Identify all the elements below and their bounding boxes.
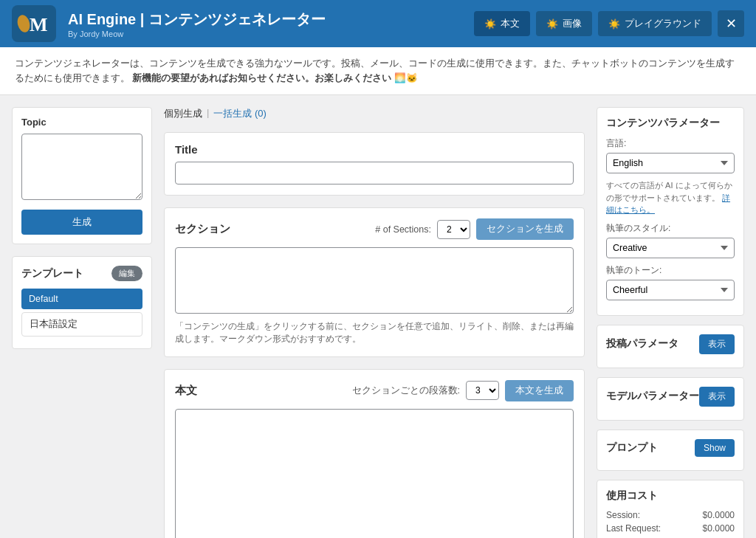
nav-image-label: 画像 xyxy=(563,17,582,30)
header-nav: ☀️ 本文 ☀️ 画像 ☀️ プレイグラウンド ✕ xyxy=(474,10,744,37)
generate-button[interactable]: 生成 xyxy=(21,210,142,235)
prompt-header: プロンプト Show xyxy=(606,439,735,457)
model-params-title: モデルパラメーター xyxy=(606,390,699,403)
nav-text-button[interactable]: ☀️ 本文 xyxy=(474,11,530,36)
model-params-panel: モデルパラメーター 表示 xyxy=(597,377,744,421)
nav-playground-label: プレイグラウンド xyxy=(625,17,701,30)
center-content: 個別生成 | 一括生成 (0) Title セクション # of Section… xyxy=(164,107,585,538)
post-params-title: 投稿パラメータ xyxy=(606,337,678,351)
num-sections-select[interactable]: 1 2 3 4 5 xyxy=(437,220,470,239)
writing-tone-label: 執筆のトーン: xyxy=(606,264,735,277)
tab-bulk-label: 一括生成 xyxy=(213,108,252,119)
writing-style-select[interactable]: Creative Professional Casual Academic xyxy=(606,238,735,258)
prompt-title: プロンプト xyxy=(606,441,658,455)
tab-individual[interactable]: 個別生成 xyxy=(164,107,202,120)
nav-image-button[interactable]: ☀️ 画像 xyxy=(536,11,592,36)
content-params-title: コンテンツパラメーター xyxy=(606,117,735,130)
logo-icon: M xyxy=(16,10,52,37)
num-sections-label: # of Sections: xyxy=(375,224,431,235)
template-box: テンプレート 編集 Default 日本語設定 xyxy=(12,256,152,349)
title-section: Title xyxy=(164,132,585,196)
cost-title: 使用コスト xyxy=(606,489,735,503)
sections-textarea[interactable] xyxy=(175,247,574,314)
tab-bulk-count: (0) xyxy=(255,108,267,119)
tab-bulk[interactable]: 一括生成 (0) xyxy=(213,107,267,120)
body-textarea[interactable] xyxy=(175,409,574,539)
section-controls: # of Sections: 1 2 3 4 5 セクションを生成 xyxy=(375,218,574,240)
title-input[interactable] xyxy=(175,162,574,184)
cost-session-value: $0.0000 xyxy=(703,510,735,520)
template-default-label: Default xyxy=(29,294,58,304)
model-params-show-button[interactable]: 表示 xyxy=(699,387,735,407)
writing-style-label: 執筆のスタイル: xyxy=(606,222,735,235)
paragraphs-label: セクションごとの段落数: xyxy=(352,384,460,397)
body-header: 本文 セクションごとの段落数: 1 2 3 4 5 本文を生成 xyxy=(175,380,574,401)
cost-last-request-value: $0.0000 xyxy=(703,523,735,534)
section-header: セクション # of Sections: 1 2 3 4 5 セクションを生成 xyxy=(175,218,574,240)
title-label: Title xyxy=(175,143,574,156)
sun-icon-playground: ☀️ xyxy=(608,18,620,30)
post-params-panel: 投稿パラメータ 表示 xyxy=(597,325,744,368)
app-header: M AI Engine | コンテンツジェネレーター By Jordy Meow… xyxy=(0,0,756,47)
paragraphs-select[interactable]: 1 2 3 4 5 xyxy=(466,381,499,400)
nav-close-button[interactable]: ✕ xyxy=(718,10,744,37)
tabs-bar: 個別生成 | 一括生成 (0) xyxy=(164,107,585,120)
template-japanese-label: 日本語設定 xyxy=(30,319,78,329)
description-bar: コンテンツジェネレーターは、コンテンツを生成できる強力なツールです。投稿、メール… xyxy=(0,47,756,95)
app-logo: M xyxy=(12,5,56,42)
topic-textarea[interactable] xyxy=(21,134,142,200)
language-note: すべての言語が AI によって何らかの形でサポートされています。 詳細はこちら。 xyxy=(606,179,735,216)
language-note-text: すべての言語が AI によって何らかの形でサポートされています。 xyxy=(606,181,732,202)
content-params-panel: コンテンツパラメーター 言語: English Japanese French … xyxy=(597,107,744,316)
writing-tone-select[interactable]: Cheerful Serious Humorous Formal xyxy=(606,280,735,300)
app-title: AI Engine | コンテンツジェネレーター xyxy=(68,10,462,30)
section-block: セクション # of Sections: 1 2 3 4 5 セクションを生成 … xyxy=(164,207,585,357)
language-select[interactable]: English Japanese French Spanish xyxy=(606,153,735,173)
cost-session-row: Session: $0.0000 xyxy=(606,510,735,520)
prompt-panel: プロンプト Show xyxy=(597,430,744,471)
post-params-header: 投稿パラメータ 表示 xyxy=(606,334,735,354)
app-subtitle: By Jordy Meow xyxy=(68,30,462,38)
description-strong: 新機能の要望があればお知らせください。お楽しみください xyxy=(132,73,391,83)
template-label: テンプレート xyxy=(21,267,83,280)
sun-icon-image: ☀️ xyxy=(546,18,558,30)
template-item-default[interactable]: Default xyxy=(21,289,142,309)
svg-text:M: M xyxy=(30,14,48,35)
body-block: 本文 セクションごとの段落数: 1 2 3 4 5 本文を生成 「投稿の作成」を… xyxy=(164,369,585,539)
model-params-header: モデルパラメーター 表示 xyxy=(606,387,735,407)
prompt-show-button[interactable]: Show xyxy=(695,439,735,457)
right-sidebar: コンテンツパラメーター 言語: English Japanese French … xyxy=(597,107,744,538)
nav-text-label: 本文 xyxy=(501,17,520,30)
main-layout: Topic 生成 テンプレート 編集 Default 日本語設定 個別生成 | … xyxy=(0,95,756,538)
cost-last-request-row: Last Request: $0.0000 xyxy=(606,523,735,534)
left-sidebar: Topic 生成 テンプレート 編集 Default 日本語設定 xyxy=(12,107,152,349)
cost-session-label: Session: xyxy=(606,510,640,520)
cost-panel: 使用コスト Session: $0.0000 Last Request: $0.… xyxy=(597,480,744,539)
section-title-label: セクション xyxy=(175,222,230,236)
emoji-icons: 🌅🐱 xyxy=(394,73,418,83)
close-icon: ✕ xyxy=(726,15,737,32)
language-label: 言語: xyxy=(606,137,735,150)
topic-label: Topic xyxy=(21,117,142,128)
header-title-block: AI Engine | コンテンツジェネレーター By Jordy Meow xyxy=(68,10,462,38)
template-edit-toggle[interactable]: 編集 xyxy=(111,266,142,281)
section-hint: 「コンテンツの生成」をクリックする前に、セクションを任意で追加、リライト、削除、… xyxy=(175,320,574,346)
tab-separator: | xyxy=(207,107,209,120)
body-title-label: 本文 xyxy=(175,384,197,398)
nav-playground-button[interactable]: ☀️ プレイグラウンド xyxy=(598,11,712,36)
post-params-show-button[interactable]: 表示 xyxy=(699,334,735,354)
cost-last-request-label: Last Request: xyxy=(606,523,661,534)
template-item-japanese[interactable]: 日本語設定 xyxy=(21,312,142,337)
body-controls: セクションごとの段落数: 1 2 3 4 5 本文を生成 xyxy=(352,380,574,401)
generate-body-button[interactable]: 本文を生成 xyxy=(505,380,574,401)
sun-icon-text: ☀️ xyxy=(484,18,496,30)
topic-box: Topic 生成 xyxy=(12,107,152,244)
template-header: テンプレート 編集 xyxy=(21,266,142,281)
generate-sections-button[interactable]: セクションを生成 xyxy=(476,218,574,240)
